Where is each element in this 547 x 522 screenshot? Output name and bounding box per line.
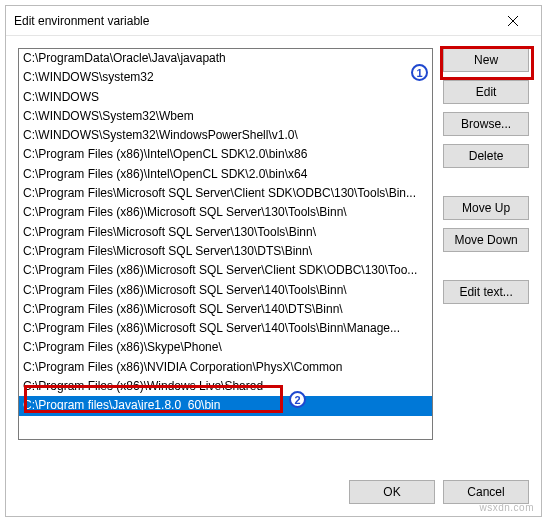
edit-text-button[interactable]: Edit text... <box>443 280 529 304</box>
list-item[interactable]: C:\Program Files (x86)\Microsoft SQL Ser… <box>19 300 432 319</box>
titlebar: Edit environment variable <box>6 6 541 36</box>
watermark: wsxdn.com <box>479 502 534 513</box>
ok-button[interactable]: OK <box>349 480 435 504</box>
move-up-button[interactable]: Move Up <box>443 196 529 220</box>
close-icon <box>508 16 518 26</box>
list-item[interactable]: C:\Program Files (x86)\Microsoft SQL Ser… <box>19 281 432 300</box>
list-item[interactable]: C:\Program Files\Microsoft SQL Server\13… <box>19 223 432 242</box>
move-down-button[interactable]: Move Down <box>443 228 529 252</box>
list-item-selected[interactable]: C:\Program files\Java\jre1.8.0_60\bin <box>19 396 432 415</box>
cancel-button[interactable]: Cancel <box>443 480 529 504</box>
list-item[interactable]: C:\WINDOWS\System32\Wbem <box>19 107 432 126</box>
button-column: New Edit Browse... Delete Move Up Move D… <box>443 48 529 440</box>
browse-button[interactable]: Browse... <box>443 112 529 136</box>
list-item[interactable]: C:\Program Files (x86)\NVIDIA Corporatio… <box>19 358 432 377</box>
list-item[interactable]: C:\WINDOWS\System32\WindowsPowerShell\v1… <box>19 126 432 145</box>
list-item[interactable]: C:\Program Files (x86)\Windows Live\Shar… <box>19 377 432 396</box>
list-item[interactable]: C:\Program Files (x86)\Intel\OpenCL SDK\… <box>19 165 432 184</box>
dialog-content: C:\ProgramData\Oracle\Java\javapath C:\W… <box>6 36 541 452</box>
list-item[interactable]: C:\Program Files\Microsoft SQL Server\13… <box>19 242 432 261</box>
list-item[interactable]: C:\ProgramData\Oracle\Java\javapath <box>19 49 432 68</box>
list-item[interactable]: C:\Program Files\Microsoft SQL Server\Cl… <box>19 184 432 203</box>
list-item[interactable]: C:\Program Files (x86)\Intel\OpenCL SDK\… <box>19 145 432 164</box>
path-listbox[interactable]: C:\ProgramData\Oracle\Java\javapath C:\W… <box>18 48 433 440</box>
edit-env-dialog: Edit environment variable C:\ProgramData… <box>5 5 542 517</box>
list-item[interactable]: C:\WINDOWS\system32 <box>19 68 432 87</box>
bottom-buttons: OK Cancel <box>349 480 529 504</box>
list-item[interactable]: C:\Program Files (x86)\Skype\Phone\ <box>19 338 432 357</box>
list-item[interactable]: C:\Program Files (x86)\Microsoft SQL Ser… <box>19 203 432 222</box>
list-item[interactable]: C:\WINDOWS <box>19 88 432 107</box>
dialog-title: Edit environment variable <box>14 14 493 28</box>
new-button[interactable]: New <box>443 48 529 72</box>
list-item[interactable]: C:\Program Files (x86)\Microsoft SQL Ser… <box>19 261 432 280</box>
edit-button[interactable]: Edit <box>443 80 529 104</box>
close-button[interactable] <box>493 7 533 35</box>
list-item[interactable]: C:\Program Files (x86)\Microsoft SQL Ser… <box>19 319 432 338</box>
delete-button[interactable]: Delete <box>443 144 529 168</box>
